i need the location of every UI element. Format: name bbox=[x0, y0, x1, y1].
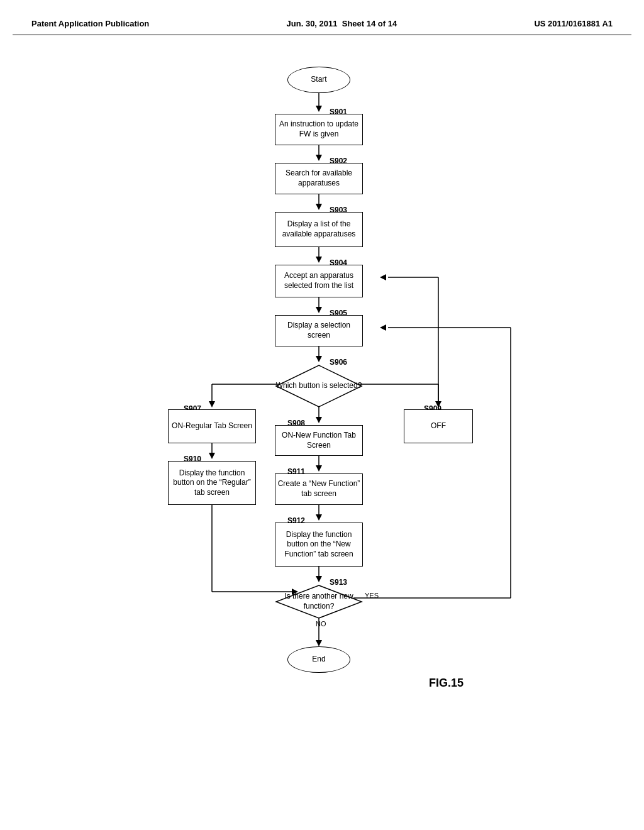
s901-node: An instruction to update FW is given bbox=[275, 114, 363, 145]
svg-marker-33 bbox=[380, 274, 386, 280]
svg-marker-23 bbox=[316, 465, 322, 472]
start-node: Start bbox=[287, 67, 350, 93]
s912-node: Display the function button on the “New … bbox=[275, 523, 363, 567]
s904-node: Accept an apparatus selected from the li… bbox=[275, 265, 363, 297]
s908-node: ON-New Function Tab Screen bbox=[275, 425, 363, 456]
svg-marker-16 bbox=[316, 417, 322, 423]
svg-marker-1 bbox=[316, 106, 322, 112]
s905-node: Display a selection screen bbox=[275, 315, 363, 346]
svg-marker-37 bbox=[380, 324, 386, 331]
svg-marker-39 bbox=[316, 640, 322, 646]
svg-marker-7 bbox=[316, 257, 322, 263]
end-node: End bbox=[287, 646, 350, 673]
svg-marker-3 bbox=[316, 155, 322, 161]
s907-node: ON-Regular Tab Screen bbox=[168, 409, 256, 443]
svg-marker-30 bbox=[316, 576, 322, 582]
svg-marker-9 bbox=[316, 307, 322, 313]
header-left: Patent Application Publication bbox=[31, 19, 149, 28]
s910-node: Display the function button on the “Regu… bbox=[168, 461, 256, 505]
svg-marker-21 bbox=[209, 453, 215, 459]
no-label: NO bbox=[316, 620, 326, 628]
s911-node: Create a “New Function” tab screen bbox=[275, 473, 363, 505]
svg-marker-14 bbox=[209, 401, 215, 407]
s909-node: OFF bbox=[404, 409, 473, 443]
header-patent: US 2011/0161881 A1 bbox=[534, 19, 613, 28]
svg-marker-5 bbox=[316, 204, 322, 210]
page-header: Patent Application Publication Jun. 30, … bbox=[13, 13, 631, 35]
s913-node: Is there another new function? bbox=[275, 584, 363, 619]
flowchart: Start S901 An instruction to update FW i… bbox=[96, 54, 548, 796]
s903-node: Display a list of the available apparatu… bbox=[275, 212, 363, 247]
s902-node: Search for available apparatuses bbox=[275, 163, 363, 194]
page: Patent Application Publication Jun. 30, … bbox=[0, 0, 644, 830]
svg-marker-11 bbox=[316, 356, 322, 362]
svg-marker-25 bbox=[316, 514, 322, 521]
fig-label: FIG.15 bbox=[429, 677, 464, 690]
yes-label: YES bbox=[365, 592, 379, 599]
flowchart-area: Start S901 An instruction to update FW i… bbox=[13, 48, 631, 802]
s906-node: Which button is selected? bbox=[275, 364, 363, 408]
header-center: Jun. 30, 2011 Sheet 14 of 14 bbox=[287, 19, 397, 28]
